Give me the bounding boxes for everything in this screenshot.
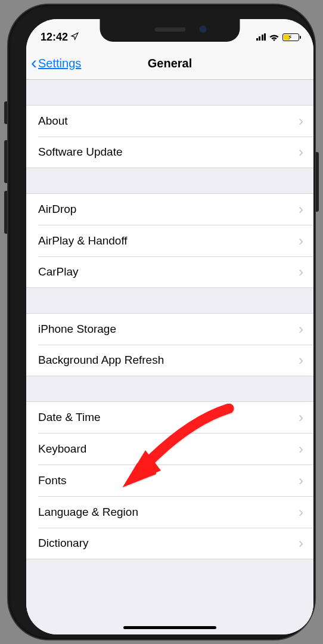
page-title: General xyxy=(148,57,192,70)
cell-date-time[interactable]: Date & Time › xyxy=(26,401,313,433)
back-button[interactable]: ‹ Settings xyxy=(31,55,81,72)
cell-label: Dictionary xyxy=(38,537,299,550)
chevron-right-icon: › xyxy=(299,201,303,218)
home-indicator[interactable] xyxy=(123,626,216,629)
power-button xyxy=(315,152,319,212)
volume-down-button xyxy=(4,191,8,234)
chevron-right-icon: › xyxy=(299,113,303,129)
cell-label: Date & Time xyxy=(38,411,299,424)
cell-label: Software Update xyxy=(38,145,299,159)
status-time: 12:42 xyxy=(41,31,68,44)
cell-label: About xyxy=(38,114,299,128)
cell-carplay[interactable]: CarPlay › xyxy=(26,256,313,288)
cell-label: AirPlay & Handoff xyxy=(38,234,299,247)
volume-mute-switch xyxy=(4,101,8,124)
cellular-signal-icon xyxy=(256,33,266,41)
cell-iphone-storage[interactable]: iPhone Storage › xyxy=(26,313,313,345)
chevron-right-icon: › xyxy=(299,321,303,338)
chevron-left-icon: ‹ xyxy=(31,54,37,72)
navigation-bar: ‹ Settings General xyxy=(26,48,313,80)
chevron-right-icon: › xyxy=(299,472,303,489)
cell-label: AirDrop xyxy=(38,203,299,216)
cell-language-region[interactable]: Language & Region › xyxy=(26,496,313,528)
screen: 12:42 ⚡︎ xyxy=(26,19,313,634)
cell-background-app-refresh[interactable]: Background App Refresh › xyxy=(26,345,313,376)
chevron-right-icon: › xyxy=(299,535,303,552)
settings-list[interactable]: About › Software Update › AirDrop › AirP… xyxy=(26,80,313,634)
cell-label: CarPlay xyxy=(38,265,299,278)
cell-software-update[interactable]: Software Update › xyxy=(26,137,313,168)
cell-fonts[interactable]: Fonts › xyxy=(26,465,313,496)
cell-airplay-handoff[interactable]: AirPlay & Handoff › xyxy=(26,225,313,256)
chevron-right-icon: › xyxy=(299,409,303,426)
wifi-icon xyxy=(269,33,279,41)
cell-label: Language & Region xyxy=(38,506,299,519)
chevron-right-icon: › xyxy=(299,504,303,521)
cell-dictionary[interactable]: Dictionary › xyxy=(26,528,313,559)
location-icon xyxy=(70,31,79,44)
chevron-right-icon: › xyxy=(299,441,303,457)
back-label: Settings xyxy=(38,57,81,70)
cell-label: Keyboard xyxy=(38,442,299,456)
chevron-right-icon: › xyxy=(299,144,303,160)
cell-label: Background App Refresh xyxy=(38,354,299,367)
cell-airdrop[interactable]: AirDrop › xyxy=(26,193,313,225)
battery-icon: ⚡︎ xyxy=(282,33,299,41)
chevron-right-icon: › xyxy=(299,352,303,369)
cell-label: iPhone Storage xyxy=(38,323,299,336)
phone-frame: 12:42 ⚡︎ xyxy=(8,5,315,639)
cell-about[interactable]: About › xyxy=(26,105,313,137)
notch xyxy=(100,19,240,42)
chevron-right-icon: › xyxy=(299,264,303,280)
cell-keyboard[interactable]: Keyboard › xyxy=(26,433,313,465)
chevron-right-icon: › xyxy=(299,233,303,249)
volume-up-button xyxy=(4,140,8,183)
cell-label: Fonts xyxy=(38,474,299,487)
